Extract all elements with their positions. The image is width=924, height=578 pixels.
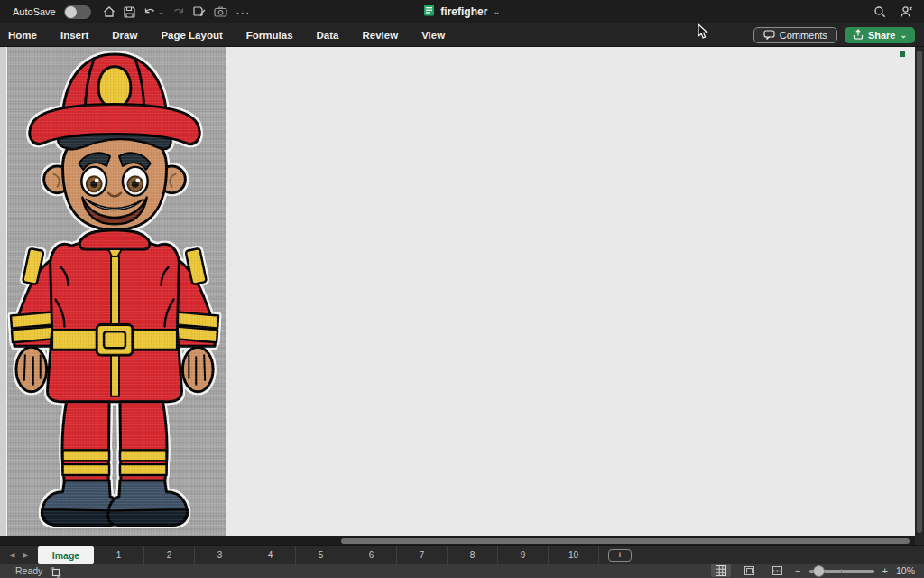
sheet-tab-2[interactable]: 2 <box>144 546 195 564</box>
search-icon[interactable] <box>873 3 886 21</box>
zoom-percentage[interactable]: 10% <box>896 565 915 576</box>
zoom-slider-midpoint <box>841 569 842 573</box>
tab-data[interactable]: Data <box>317 30 339 41</box>
comments-label: Comments <box>780 30 827 41</box>
tab-draw[interactable]: Draw <box>112 30 137 41</box>
sheet-tab-3[interactable]: 3 <box>195 546 245 564</box>
normal-view-button[interactable] <box>711 564 731 577</box>
sheet-tab-6[interactable]: 6 <box>346 546 397 564</box>
excel-doc-icon <box>423 4 435 20</box>
share-icon <box>853 29 864 42</box>
page-layout-view-button[interactable] <box>739 564 759 577</box>
title-dropdown-icon[interactable]: ⌄ <box>493 6 500 16</box>
document-title[interactable]: firefigher <box>440 5 487 18</box>
selection-mode-icon[interactable] <box>50 565 61 578</box>
ready-status: Ready <box>15 565 42 576</box>
sheet-tab-10[interactable]: 10 <box>549 546 599 564</box>
page-break-view-button[interactable] <box>767 564 787 577</box>
sheet-tab-1[interactable]: 1 <box>94 546 144 564</box>
comments-button[interactable]: Comments <box>753 27 837 43</box>
share-button[interactable]: Share ⌄ <box>845 27 915 43</box>
excel-window: AutoSave ⌄ ··· <box>0 0 924 578</box>
tab-view[interactable]: View <box>421 30 445 41</box>
tab-formulas[interactable]: Formulas <box>246 30 293 41</box>
row-header-strip <box>0 47 7 536</box>
sheet-tab-7[interactable]: 7 <box>397 546 448 564</box>
active-cell-indicator <box>900 51 905 57</box>
prev-sheet-icon[interactable]: ◀ <box>9 552 14 559</box>
sheet-tab-9[interactable]: 9 <box>498 546 549 564</box>
account-icon[interactable] <box>900 3 913 21</box>
horizontal-scrollbar[interactable] <box>0 536 915 545</box>
zoom-slider-thumb[interactable] <box>813 565 825 577</box>
comment-bubble-icon <box>763 30 775 42</box>
tab-page-layout[interactable]: Page Layout <box>161 30 222 41</box>
zoom-slider[interactable] <box>809 565 874 577</box>
tab-insert[interactable]: Insert <box>60 30 88 41</box>
next-sheet-icon[interactable]: ▶ <box>23 552 29 559</box>
zoom-in-button[interactable]: + <box>882 566 888 576</box>
horizontal-scrollbar-thumb[interactable] <box>341 538 910 544</box>
zoom-out-button[interactable]: − <box>795 566 800 576</box>
sheet-tab-image[interactable]: Image <box>38 546 94 564</box>
ribbon-tab-bar: Home Insert Draw Page Layout Formulas Da… <box>0 23 924 47</box>
vertical-scrollbar-thumb[interactable] <box>917 51 922 533</box>
sheet-tab-5[interactable]: 5 <box>296 546 346 564</box>
add-sheet-button[interactable]: + <box>608 549 632 562</box>
vertical-scrollbar[interactable] <box>915 47 924 545</box>
sheet-tab-strip: ◀ ▶ Image 1 2 3 4 5 6 7 8 9 10 + <box>0 545 924 564</box>
sheet-tab-4[interactable]: 4 <box>245 546 296 564</box>
tab-review[interactable]: Review <box>363 30 399 41</box>
status-bar: Ready − + 10% <box>0 564 924 578</box>
title-bar: AutoSave ⌄ ··· <box>0 0 924 23</box>
sheet-tab-8[interactable]: 8 <box>448 546 498 564</box>
firefighter-artwork <box>9 47 224 535</box>
share-label: Share <box>868 30 896 41</box>
worksheet-area[interactable] <box>0 47 924 545</box>
share-dropdown-icon: ⌄ <box>900 32 907 40</box>
pixel-art-region[interactable] <box>0 47 226 536</box>
tab-home[interactable]: Home <box>8 30 37 41</box>
